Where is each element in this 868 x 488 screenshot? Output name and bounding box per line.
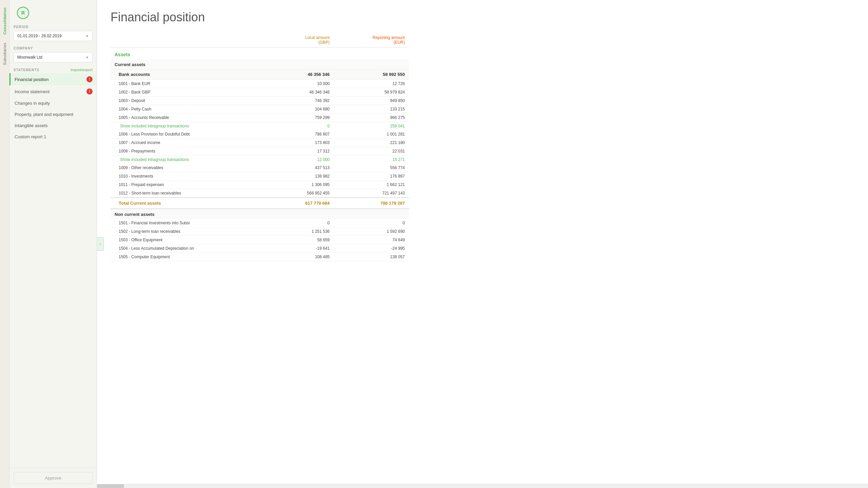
row-label: 1010 - Investments [111,172,273,181]
table-row-6: 1004 - Petty Cash 104 680 133 215 [111,105,409,114]
row-label: 1505 - Computer Equipment [111,253,273,261]
sidebar-item-label: Financial position [15,77,48,82]
company-dropdown-arrow: ▼ [85,56,89,59]
table-row-1: Current assets [111,59,409,69]
table-row-2: Bank accounts 46 356 346 58 992 550 [111,69,409,80]
group-label: Bank accounts [111,69,273,80]
row-local: 786 807 [273,130,334,139]
period-section: PERIOD 01.01.2019 - 28.02.2019 ▼ [9,22,97,44]
row-reporting: 133 215 [334,105,409,114]
row-reporting: 12 726 [334,80,409,88]
row-label: 1504 - Less Accumulated Depreciation on [111,244,273,253]
row-local: 759 299 [273,114,334,122]
row-reporting: 221 180 [334,139,409,147]
table-row-19: 1501 - Financial Investments into Subsi … [111,219,409,227]
row-label: 1008 - Prepayments [111,147,273,156]
company-section: COMPANY Moonwalk Ltd ▼ [9,44,97,65]
table-row-16: 1012 - Short-term loan receivables 566 9… [111,189,409,198]
table-row-12[interactable]: Show included intragroup transactions 12… [111,156,409,164]
scroll-thumb[interactable] [97,484,124,488]
row-reporting: 1 592 690 [334,227,409,236]
sidebar-item-label: Intangible assets [15,123,48,128]
row-label: 1002 - Bank GBP [111,88,273,97]
row-reporting: 138 057 [334,253,409,261]
sidebar-bottom: Approve [9,468,97,488]
row-label: 1012 - Short-term loan receivables [111,189,273,198]
sidebar-item-label: Changes in equity [15,101,50,106]
link-local: 0 [273,122,334,130]
row-reporting: 0 [334,219,409,227]
vertical-nav: Consolidation Subsidiaries [0,0,9,488]
table-row-5: 1003 - Deposit 746 392 949 850 [111,97,409,105]
row-local: 108 485 [273,253,334,261]
period-dropdown[interactable]: 01.01.2019 - 28.02.2019 ▼ [14,31,93,41]
sidebar-item-intangible-assets[interactable]: Intangible assets [9,120,97,131]
table-row-7: 1005 - Accounts Receivable 759 299 966 2… [111,114,409,122]
link-label[interactable]: Show included intragroup transactions [111,156,273,164]
row-local: 138 982 [273,172,334,181]
import-export-link[interactable]: Import/export [71,68,93,72]
table-row-21: 1503 - Office Equipment 58 659 74 649 [111,236,409,244]
row-local: 10 000 [273,80,334,88]
sidebar-item-financial-position[interactable]: Financial position ! [9,73,97,85]
row-local: 17 312 [273,147,334,156]
row-local: 58 659 [273,236,334,244]
subsection-header-label: Non current assets [111,209,409,219]
link-reporting: 258 041 [334,122,409,130]
error-badge: ! [86,88,93,95]
sidebar-item-changes-in-equity[interactable]: Changes in equity [9,98,97,109]
row-local: 0 [273,219,334,227]
sidebar-item-custom-report-1[interactable]: Custom report 1 [9,131,97,142]
sidebar-item-income-statement[interactable]: Income statement ! [9,85,97,98]
vertical-label-subsidiaries[interactable]: Subsidiaries [1,39,8,69]
section-header-label: Assets [111,48,409,60]
sidebar-collapse-toggle[interactable]: › [97,237,104,251]
table-row-22: 1504 - Less Accumulated Depreciation on … [111,244,409,253]
row-label: 1005 - Accounts Receivable [111,114,273,122]
link-reporting: 15 271 [334,156,409,164]
table-row-15: 1011 - Prepaid expenses 1 306 095 1 662 … [111,181,409,189]
row-local: 746 392 [273,97,334,105]
error-badge: ! [86,76,93,82]
group-local: 46 356 346 [273,69,334,80]
row-label: 1006 - Less Provision for Doubtful Debt [111,130,273,139]
company-dropdown[interactable]: Moonwalk Ltd ▼ [14,52,93,62]
row-local: 104 680 [273,105,334,114]
sidebar-item-label: Custom report 1 [15,134,46,139]
company-label: COMPANY [14,46,93,50]
table-row-18: Non current assets [111,209,409,219]
row-label: 1011 - Prepaid expenses [111,181,273,189]
row-reporting: 176 867 [334,172,409,181]
horizontal-scrollbar[interactable] [97,484,868,488]
row-label: 1009 - Other receivables [111,164,273,172]
table-row-14: 1010 - Investments 138 982 176 867 [111,172,409,181]
statements-label: STATEMENTS [14,68,39,72]
total-reporting: 786 179 287 [334,198,409,209]
link-label[interactable]: Show included intragroup transactions [111,122,273,130]
sidebar-nav: Financial position ! Income statement ! … [9,73,97,142]
row-reporting: 74 649 [334,236,409,244]
row-label: 1004 - Petty Cash [111,105,273,114]
total-local: 617 779 684 [273,198,334,209]
row-local: 437 513 [273,164,334,172]
sidebar-item-label: Property, plant and equipment [15,112,73,117]
table-row-8[interactable]: Show included intragroup transactions 0 … [111,122,409,130]
table-row-4: 1002 - Bank GBP 46 346 346 58 979 824 [111,88,409,97]
vertical-label-consolidation[interactable]: Consolidation [1,3,8,39]
period-label: PERIOD [14,25,93,29]
row-label: 1003 - Deposit [111,97,273,105]
sidebar-item-property-plant[interactable]: Property, plant and equipment [9,109,97,120]
table-row-20: 1502 - Long-term loan receivables 1 251 … [111,227,409,236]
main-content: Financial position Local amount(GBP) Rep… [97,0,868,488]
approve-button[interactable]: Approve [14,472,93,484]
table-row-17: Total Current assets 617 779 684 786 179… [111,198,409,209]
table-row-23: 1505 - Computer Equipment 108 485 138 05… [111,253,409,261]
app-logo: R [17,7,29,19]
row-reporting: 721 497 143 [334,189,409,198]
sidebar-item-label: Income statement [15,89,50,94]
row-reporting: 966 275 [334,114,409,122]
col-label-header [111,33,273,48]
row-local: -19 641 [273,244,334,253]
row-local: 46 346 346 [273,88,334,97]
row-label: 1007 - Accrued income [111,139,273,147]
